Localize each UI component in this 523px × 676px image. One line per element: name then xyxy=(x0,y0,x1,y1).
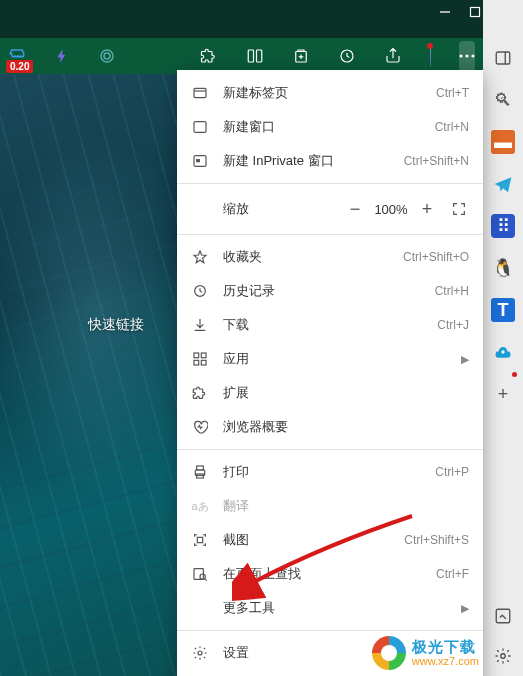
svg-point-4 xyxy=(101,50,113,62)
menu-more-tools[interactable]: 更多工具 ▶ xyxy=(177,591,483,625)
menu-extensions[interactable]: 扩展 xyxy=(177,376,483,410)
sidebar-add-icon[interactable]: + xyxy=(491,382,515,406)
share-icon[interactable] xyxy=(384,46,402,66)
svg-rect-30 xyxy=(197,466,204,470)
extensions-icon[interactable] xyxy=(200,46,218,66)
menu-label: 更多工具 xyxy=(223,599,453,617)
sidebar-search-icon[interactable]: 🔍︎ xyxy=(491,88,515,112)
menu-label: 打印 xyxy=(223,463,435,481)
svg-rect-27 xyxy=(194,360,199,365)
sidebar-qq-icon[interactable]: 🐧 xyxy=(491,256,515,280)
svg-point-18 xyxy=(501,654,506,659)
menu-label: 扩展 xyxy=(223,384,469,402)
screenshot-icon xyxy=(191,531,209,549)
heartbeat-icon xyxy=(191,418,209,436)
menu-translate: aあ 翻译 xyxy=(177,489,483,523)
menu-find[interactable]: 在页面上查找 Ctrl+F xyxy=(177,557,483,591)
zoom-value: 100% xyxy=(369,202,413,217)
menu-help[interactable]: 帮助和反馈 ▶ xyxy=(177,670,483,676)
menu-screenshot[interactable]: 截图 Ctrl+Shift+S xyxy=(177,523,483,557)
menu-label: 浏览器概要 xyxy=(223,418,469,436)
sidebar-settings-icon[interactable] xyxy=(491,644,515,668)
sidebar-cloud-icon[interactable] xyxy=(491,340,515,364)
fullscreen-button[interactable] xyxy=(451,201,469,217)
menu-shortcut: Ctrl+P xyxy=(435,465,469,479)
zoom-in-button[interactable]: + xyxy=(413,199,441,220)
svg-point-36 xyxy=(198,651,202,655)
chevron-right-icon: ▶ xyxy=(461,602,469,615)
sidebar-briefcase-icon[interactable]: ▬ xyxy=(491,130,515,154)
svg-rect-31 xyxy=(197,474,204,478)
sidebar-grid-icon[interactable]: ⠿ xyxy=(491,214,515,238)
menu-label: 历史记录 xyxy=(223,282,435,300)
sidebar-panel-icon[interactable] xyxy=(491,46,515,70)
zoom-out-button[interactable]: − xyxy=(341,199,369,220)
star-icon xyxy=(191,248,209,266)
menu-label: 设置 xyxy=(223,644,469,662)
menu-favorites[interactable]: 收藏夹 Ctrl+Shift+O xyxy=(177,240,483,274)
menu-separator xyxy=(177,449,483,450)
menu-label: 截图 xyxy=(223,531,404,549)
new-tab-icon xyxy=(191,84,209,102)
menu-shortcut: Ctrl+T xyxy=(436,86,469,100)
menu-label: 在页面上查找 xyxy=(223,565,436,583)
menu-label: 下载 xyxy=(223,316,437,334)
menu-apps[interactable]: 应用 ▶ xyxy=(177,342,483,376)
menu-shortcut: Ctrl+Shift+N xyxy=(404,154,469,168)
menu-browser-essentials[interactable]: 浏览器概要 xyxy=(177,410,483,444)
sidebar-t-icon[interactable]: T xyxy=(491,298,515,322)
history-icon xyxy=(191,282,209,300)
swirl-icon[interactable] xyxy=(98,46,116,66)
collections-icon[interactable] xyxy=(292,46,310,66)
right-sidebar: 🔍︎ ▬ ⠿ 🐧 T + xyxy=(483,0,523,676)
menu-new-tab[interactable]: 新建标签页 Ctrl+T xyxy=(177,76,483,110)
menu-separator xyxy=(177,183,483,184)
svg-rect-26 xyxy=(201,353,206,358)
split-screen-icon[interactable] xyxy=(246,46,264,66)
zoom-label: 缩放 xyxy=(191,200,341,218)
bolt-icon[interactable] xyxy=(54,46,70,66)
translate-icon: aあ xyxy=(191,497,209,515)
menu-zoom: 缩放 − 100% + xyxy=(177,189,483,229)
quick-links-label: 快速链接 xyxy=(88,316,144,334)
more-menu-button[interactable] xyxy=(459,41,475,71)
puzzle-icon xyxy=(191,384,209,402)
avatar[interactable] xyxy=(430,45,431,67)
menu-new-window[interactable]: 新建窗口 Ctrl+N xyxy=(177,110,483,144)
svg-point-13 xyxy=(465,54,468,57)
sidebar-edit-icon[interactable] xyxy=(491,604,515,628)
svg-rect-19 xyxy=(194,88,206,97)
svg-rect-1 xyxy=(471,8,480,17)
maximize-button[interactable] xyxy=(469,6,481,18)
menu-shortcut: Ctrl+Shift+O xyxy=(403,250,469,264)
menu-separator xyxy=(177,234,483,235)
menu-shortcut: Ctrl+J xyxy=(437,318,469,332)
menu-label: 翻译 xyxy=(223,497,469,515)
menu-history[interactable]: 历史记录 Ctrl+H xyxy=(177,274,483,308)
menu-shortcut: Ctrl+H xyxy=(435,284,469,298)
svg-rect-15 xyxy=(496,52,510,64)
svg-rect-7 xyxy=(257,50,262,62)
history-icon[interactable] xyxy=(338,46,356,66)
find-icon xyxy=(191,565,209,583)
svg-rect-21 xyxy=(194,122,206,133)
menu-downloads[interactable]: 下载 Ctrl+J xyxy=(177,308,483,342)
svg-point-5 xyxy=(104,53,110,59)
gear-icon xyxy=(191,644,209,662)
new-window-icon xyxy=(191,118,209,136)
menu-settings[interactable]: 设置 xyxy=(177,636,483,670)
menu-print[interactable]: 打印 Ctrl+P xyxy=(177,455,483,489)
menu-shortcut: Ctrl+N xyxy=(435,120,469,134)
menu-shortcut: Ctrl+F xyxy=(436,567,469,581)
minimize-button[interactable] xyxy=(439,6,451,18)
svg-line-35 xyxy=(205,579,207,581)
main-menu: 新建标签页 Ctrl+T 新建窗口 Ctrl+N 新建 InPrivate 窗口… xyxy=(177,70,483,676)
chevron-right-icon: ▶ xyxy=(461,353,469,366)
menu-shortcut: Ctrl+Shift+S xyxy=(404,533,469,547)
sidebar-telegram-icon[interactable] xyxy=(491,172,515,196)
menu-new-inprivate[interactable]: 新建 InPrivate 窗口 Ctrl+Shift+N xyxy=(177,144,483,178)
svg-point-14 xyxy=(471,54,474,57)
blank-icon xyxy=(191,599,209,617)
menu-label: 新建窗口 xyxy=(223,118,435,136)
svg-rect-23 xyxy=(197,160,200,162)
